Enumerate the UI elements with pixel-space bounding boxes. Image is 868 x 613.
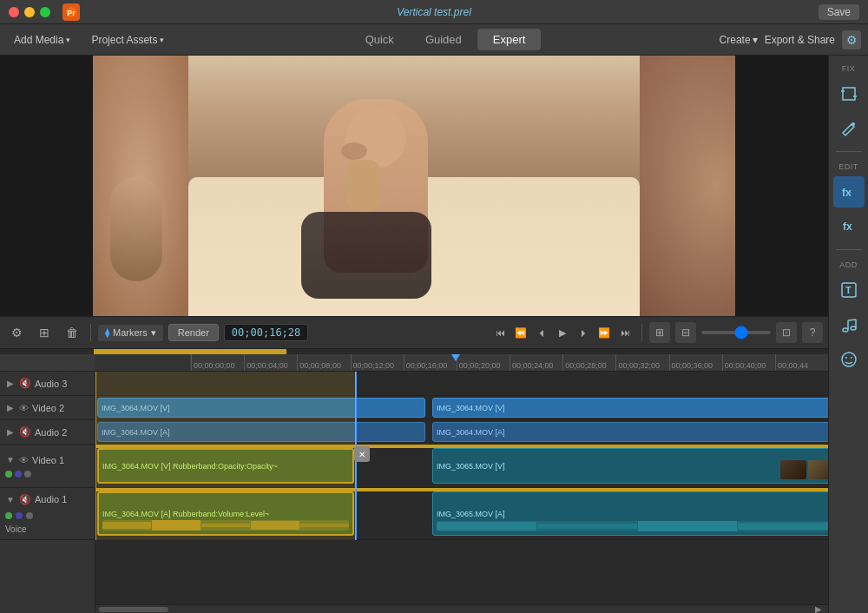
add-media-menu[interactable]: Add Media ▾ — [7, 30, 77, 49]
traffic-lights — [9, 7, 50, 17]
file-name: Vertical test.prel — [397, 6, 471, 18]
edit-label: EDIT — [838, 162, 858, 171]
help-button[interactable]: ? — [802, 322, 823, 343]
audio1-dot1[interactable] — [5, 512, 12, 519]
track-row-audio2[interactable]: IMG_3064.MOV [A] IMG_3064.MOV [A] — [95, 420, 828, 445]
video1-dot-blue[interactable] — [15, 471, 22, 478]
expand-audio2-icon[interactable]: ▶ — [5, 427, 16, 438]
split-view-button[interactable]: ⊟ — [675, 322, 696, 343]
video1-dot-gray[interactable] — [24, 471, 31, 478]
add-emoji-icon[interactable] — [833, 344, 865, 375]
go-to-start-button[interactable]: ⏮ — [490, 323, 510, 342]
clip-video1-2[interactable]: IMG_3065.MOV [V] — [432, 448, 828, 484]
vis-video2-icon[interactable]: 👁 — [19, 403, 29, 413]
step-back-button[interactable]: ⏴ — [532, 323, 551, 342]
minimize-button[interactable] — [24, 7, 35, 17]
preview-panel — [0, 56, 828, 316]
expand-audio1-icon[interactable]: ▼ — [5, 494, 16, 504]
fix-crop-icon[interactable] — [833, 78, 865, 109]
edit-fx-icon[interactable]: fx — [833, 211, 865, 242]
scrollbar-thumb[interactable] — [99, 607, 168, 612]
menubar: Add Media ▾ Project Assets ▾ Quick Guide… — [0, 24, 868, 56]
create-button[interactable]: Create ▾ — [720, 34, 758, 46]
mode-tabs: Quick Guided Expert — [350, 29, 542, 50]
render-button[interactable]: Render — [168, 324, 219, 341]
timecode-display: 00;00;16;28 — [224, 324, 308, 341]
clip-video2-2[interactable]: IMG_3064.MOV [V] — [432, 398, 828, 418]
track-row-video1[interactable]: IMG_3064.MOV [V] Rubberband:Opacity:Opac… — [95, 445, 828, 488]
markers-button[interactable]: ⧫ Markers ▾ — [98, 325, 163, 341]
track-row-audio1[interactable]: IMG_3064.MOV [A] Rubberband:Volume:Level… — [95, 488, 828, 540]
track-row-audio3[interactable] — [95, 372, 828, 396]
timeline-settings-icon[interactable]: ⚙ — [5, 321, 28, 344]
export-share-button[interactable]: Export & Share — [765, 34, 835, 46]
track-row-video2[interactable]: IMG_3064.MOV [V] IMG_3064.MOV [V] — [95, 396, 828, 420]
expand-video2-icon[interactable]: ▶ — [5, 403, 16, 413]
ruler-track[interactable]: 00;00;00;00 00;00;04;00 00;00;08;00 00;0… — [191, 354, 828, 371]
step-forward-button[interactable]: ⏵ — [574, 323, 593, 342]
play-button[interactable]: ▶ — [553, 323, 572, 342]
svg-text:*: * — [849, 190, 852, 198]
clip-audio1-2[interactable]: IMG_3065.MOV [A] — [432, 491, 828, 536]
expand-audio3-icon[interactable]: ▶ — [5, 379, 16, 389]
add-music-icon[interactable] — [833, 309, 865, 340]
timeline-delete-icon[interactable]: 🗑 — [61, 321, 83, 344]
lock-audio2-icon[interactable]: 🔇 — [19, 426, 31, 438]
ruler-mark-9: 00;00;36;00 — [669, 354, 722, 371]
rewind-button[interactable]: ⏪ — [511, 323, 530, 342]
track-video2-label: Video 2 — [32, 403, 64, 413]
tracks-area: ▶ 🔇 Audio 3 ▶ 👁 Video 2 ▶ — [0, 372, 828, 613]
preview-container — [93, 56, 735, 316]
ruler-mark-2: 00;00;08;00 — [297, 354, 350, 371]
separator2 — [641, 324, 642, 341]
close-button[interactable] — [9, 7, 19, 17]
tab-expert[interactable]: Expert — [477, 29, 542, 50]
maximize-button[interactable] — [40, 7, 50, 17]
project-assets-menu[interactable]: Project Assets ▾ — [84, 30, 171, 49]
ruler-mark-3: 00;00;12;00 — [351, 354, 404, 371]
project-assets-arrow-icon: ▾ — [160, 36, 164, 44]
fast-forward-button[interactable]: ⏩ — [595, 323, 614, 342]
safe-zones-button[interactable]: ⊞ — [649, 322, 670, 343]
fix-tool-icon[interactable] — [833, 113, 865, 144]
track-audio2-label: Audio 2 — [35, 427, 67, 438]
timeline-expand-icon[interactable]: ⊞ — [33, 321, 56, 344]
edit-fx-motion-icon[interactable]: fx* — [833, 176, 865, 208]
zoom-slider[interactable] — [701, 331, 771, 334]
ruler-marks: 00;00;00;00 00;00;04;00 00;00;08;00 00;0… — [191, 354, 828, 371]
video1-dot-green[interactable] — [5, 471, 12, 478]
audio1-dot2[interactable] — [16, 512, 23, 519]
scroll-right-icon[interactable]: ▶ — [812, 603, 825, 614]
expand-video1-icon[interactable]: ▼ — [5, 455, 16, 465]
tab-quick[interactable]: Quick — [350, 29, 410, 50]
ruler-mark-11: 00;00;44 — [775, 354, 828, 371]
clip-audio2-2[interactable]: IMG_3064.MOV [A] — [432, 422, 828, 442]
clip-audio1-1[interactable]: IMG_3064.MOV [A] Rubberband:Volume:Level… — [97, 491, 354, 536]
add-text-icon[interactable]: T — [833, 274, 865, 306]
audio1-controls — [5, 512, 33, 519]
fit-button[interactable]: ⊡ — [776, 322, 797, 343]
tab-guided[interactable]: Guided — [410, 29, 477, 50]
vis-video1-icon[interactable]: 👁 — [19, 455, 29, 465]
svg-line-15 — [848, 320, 856, 320]
settings-icon[interactable]: ⚙ — [842, 30, 861, 49]
track-header-video1: ▼ 👁 Video 1 — [0, 445, 95, 488]
clip-audio2-1[interactable]: IMG_3064.MOV [A] — [97, 422, 425, 442]
go-to-end-button[interactable]: ⏭ — [615, 323, 635, 342]
ruler-mark-4: 00;00;16;00 — [404, 354, 457, 371]
clip-video1-1[interactable]: IMG_3064.MOV [V] Rubberband:Opacity:Opac… — [97, 448, 354, 484]
clip-video2-1[interactable]: IMG_3064.MOV [V] — [97, 398, 425, 418]
track-content[interactable]: IMG_3064.MOV [V] IMG_3064.MOV [V] IMG_30… — [95, 372, 828, 613]
ruler-mark-0: 00;00;00;00 — [191, 354, 244, 371]
svg-point-17 — [845, 357, 847, 359]
audio1-dot3[interactable] — [26, 512, 33, 519]
lock-audio1-icon[interactable]: 🔇 — [19, 494, 31, 505]
svg-point-12 — [851, 326, 856, 330]
track-video1-controls — [5, 471, 31, 478]
horizontal-scrollbar[interactable]: ▶ — [95, 604, 828, 613]
add-label: ADD — [839, 260, 858, 269]
lock-audio3-icon[interactable]: 🔇 — [19, 378, 31, 389]
save-button[interactable]: Save — [819, 4, 859, 20]
right-controls: Create ▾ Export & Share ⚙ — [720, 30, 861, 49]
track-header-audio1: ▼ 🔇 Audio 1 Voice — [0, 488, 95, 540]
